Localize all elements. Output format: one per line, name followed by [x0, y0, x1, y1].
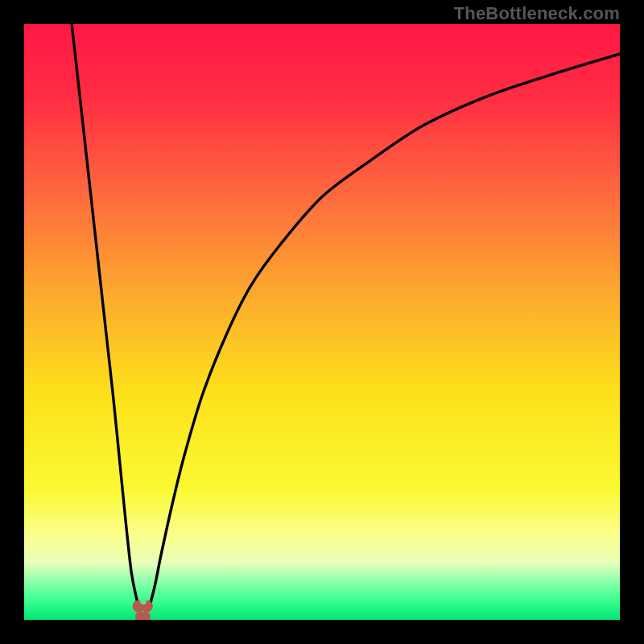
watermark-text: TheBottleneck.com [454, 3, 620, 24]
chart-plot-area [24, 24, 620, 620]
chart-background-gradient [24, 24, 620, 620]
minimum-marker-group [133, 598, 153, 620]
minimum-marker-base [135, 612, 150, 620]
chart-svg [24, 24, 620, 620]
minimum-marker-notch [140, 598, 147, 605]
